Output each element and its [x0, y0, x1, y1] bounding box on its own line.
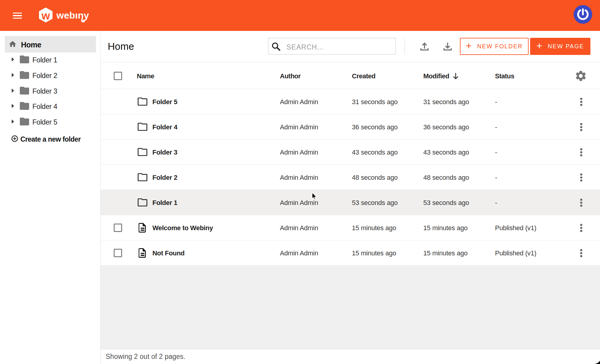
svg-text:w: w [41, 10, 50, 22]
